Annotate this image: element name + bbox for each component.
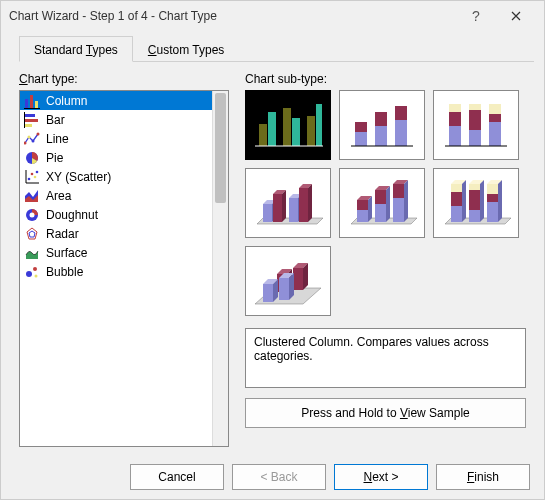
list-item-label: Bubble bbox=[46, 265, 83, 279]
svg-rect-101 bbox=[263, 284, 273, 302]
titlebar: Chart Wizard - Step 1 of 4 - Chart Type … bbox=[1, 1, 544, 31]
svg-rect-84 bbox=[469, 210, 480, 222]
area-icon bbox=[24, 188, 40, 204]
chart-wizard-dialog: Chart Wizard - Step 1 of 4 - Chart Type … bbox=[0, 0, 545, 500]
close-button[interactable] bbox=[496, 2, 536, 30]
list-item-label: XY (Scatter) bbox=[46, 170, 111, 184]
svg-marker-69 bbox=[368, 196, 372, 222]
svg-rect-59 bbox=[289, 198, 298, 222]
svg-rect-40 bbox=[395, 106, 407, 120]
subtype-clustered-column-3d[interactable] bbox=[245, 168, 331, 238]
svg-rect-37 bbox=[375, 126, 387, 146]
list-item-xy-scatter[interactable]: XY (Scatter) bbox=[20, 167, 212, 186]
svg-point-16 bbox=[31, 172, 34, 175]
svg-rect-50 bbox=[489, 104, 501, 114]
list-item-label: Surface bbox=[46, 246, 87, 260]
finish-button[interactable]: Finish bbox=[436, 464, 530, 490]
svg-rect-53 bbox=[263, 204, 272, 222]
svg-rect-49 bbox=[489, 114, 501, 122]
line-icon bbox=[24, 131, 40, 147]
svg-rect-70 bbox=[375, 204, 386, 222]
svg-rect-79 bbox=[451, 206, 462, 222]
chart-type-panel: Chart type: Column Bar Line bbox=[19, 72, 229, 447]
scrollbar-thumb[interactable] bbox=[215, 93, 226, 203]
svg-rect-71 bbox=[375, 190, 386, 204]
svg-rect-46 bbox=[469, 110, 481, 130]
cancel-button[interactable]: Cancel bbox=[130, 464, 224, 490]
svg-rect-86 bbox=[469, 184, 480, 190]
tab-standard-types[interactable]: Standard Types bbox=[19, 36, 133, 62]
svg-rect-2 bbox=[35, 101, 38, 108]
svg-marker-64 bbox=[308, 184, 312, 222]
svg-rect-85 bbox=[469, 190, 480, 210]
listbox-scrollbar[interactable] bbox=[212, 91, 228, 446]
list-item-area[interactable]: Area bbox=[20, 186, 212, 205]
list-item-bubble[interactable]: Bubble bbox=[20, 262, 212, 281]
subtype-panel: Chart sub-type: bbox=[245, 72, 526, 447]
svg-rect-36 bbox=[355, 122, 367, 132]
list-item-label: Column bbox=[46, 94, 87, 108]
subtype-stacked-column[interactable] bbox=[339, 90, 425, 160]
svg-point-9 bbox=[28, 135, 31, 138]
chart-type-items: Column Bar Line Pie bbox=[20, 91, 212, 446]
svg-point-26 bbox=[33, 267, 37, 271]
svg-marker-83 bbox=[462, 180, 466, 222]
svg-rect-74 bbox=[393, 198, 404, 222]
view-sample-button[interactable]: Press and Hold to View Sample bbox=[245, 398, 526, 428]
svg-rect-5 bbox=[25, 119, 38, 122]
svg-rect-89 bbox=[487, 202, 498, 222]
svg-point-18 bbox=[36, 170, 39, 173]
next-button[interactable]: Next > bbox=[334, 464, 428, 490]
subtype-thumb-icon bbox=[347, 98, 417, 152]
list-item-surface[interactable]: Surface bbox=[20, 243, 212, 262]
subtype-clustered-column[interactable] bbox=[245, 90, 331, 160]
svg-rect-44 bbox=[449, 104, 461, 112]
svg-marker-24 bbox=[29, 231, 35, 237]
subtype-thumb-icon bbox=[347, 176, 417, 230]
list-item-label: Pie bbox=[46, 151, 63, 165]
list-item-column[interactable]: Column bbox=[20, 91, 212, 110]
svg-rect-91 bbox=[487, 184, 498, 194]
subtype-grid bbox=[245, 90, 526, 316]
svg-point-11 bbox=[37, 132, 40, 135]
list-item-line[interactable]: Line bbox=[20, 129, 212, 148]
doughnut-icon bbox=[24, 207, 40, 223]
list-item-label: Radar bbox=[46, 227, 79, 241]
list-item-label: Line bbox=[46, 132, 69, 146]
chart-type-label: Chart type: bbox=[19, 72, 229, 86]
subtype-stacked-column-3d[interactable] bbox=[339, 168, 425, 238]
list-item-doughnut[interactable]: Doughnut bbox=[20, 205, 212, 224]
svg-rect-31 bbox=[292, 118, 300, 146]
svg-rect-98 bbox=[293, 268, 303, 290]
svg-rect-66 bbox=[357, 210, 368, 222]
subtype-description: Clustered Column. Compares values across… bbox=[245, 328, 526, 388]
list-item-radar[interactable]: Radar bbox=[20, 224, 212, 243]
svg-rect-32 bbox=[307, 116, 315, 146]
column-icon bbox=[24, 93, 40, 109]
chart-type-listbox[interactable]: Column Bar Line Pie bbox=[19, 90, 229, 447]
svg-rect-67 bbox=[357, 200, 368, 210]
svg-rect-48 bbox=[489, 122, 501, 146]
pie-icon bbox=[24, 150, 40, 166]
subtype-column-3d[interactable] bbox=[245, 246, 331, 316]
svg-rect-0 bbox=[25, 99, 28, 108]
close-icon bbox=[511, 11, 521, 21]
help-button[interactable]: ? bbox=[456, 2, 496, 30]
svg-point-17 bbox=[34, 175, 37, 178]
surface-icon bbox=[24, 245, 40, 261]
list-item-pie[interactable]: Pie bbox=[20, 148, 212, 167]
subtype-100-stacked-column[interactable] bbox=[433, 90, 519, 160]
svg-marker-73 bbox=[386, 186, 390, 222]
svg-rect-62 bbox=[299, 188, 308, 222]
subtype-thumb-icon bbox=[253, 254, 323, 308]
svg-rect-56 bbox=[273, 194, 282, 222]
bubble-icon bbox=[24, 264, 40, 280]
tab-custom-types[interactable]: Custom Types bbox=[133, 36, 239, 62]
back-button: < Back bbox=[232, 464, 326, 490]
list-item-label: Bar bbox=[46, 113, 65, 127]
scatter-icon bbox=[24, 169, 40, 185]
list-item-bar[interactable]: Bar bbox=[20, 110, 212, 129]
subtype-100-stacked-column-3d[interactable] bbox=[433, 168, 519, 238]
svg-rect-39 bbox=[395, 120, 407, 146]
window-title: Chart Wizard - Step 1 of 4 - Chart Type bbox=[9, 9, 456, 23]
